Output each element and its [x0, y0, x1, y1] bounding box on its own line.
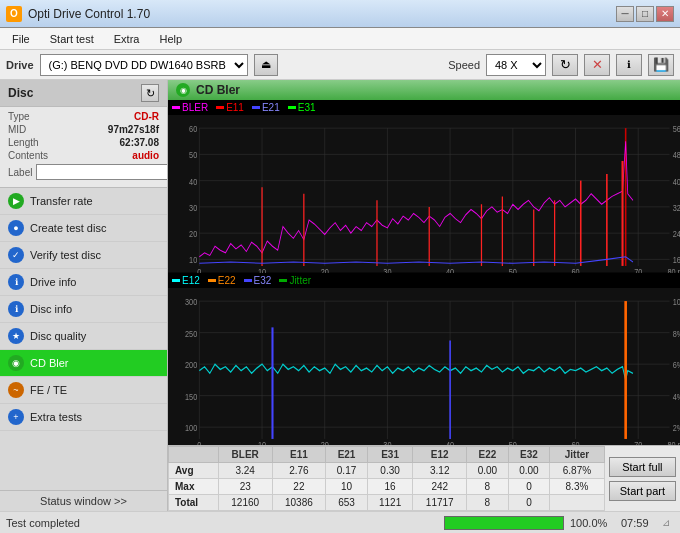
svg-text:40: 40 [446, 439, 454, 445]
stats-table: BLER E11 E21 E31 E12 E22 E32 Jitter Avg [168, 446, 605, 511]
legend-e22: E22 [208, 275, 236, 286]
stats-avg-jitter: 6.87% [550, 463, 605, 479]
window-controls[interactable]: ─ □ ✕ [616, 6, 674, 22]
nav-drive-info-label: Drive info [30, 276, 76, 288]
legend-e12-label: E12 [182, 275, 200, 286]
label-input[interactable] [36, 164, 168, 180]
bottom-chart: 300 250 200 150 100 10% 8% 6% 4% 2% 0 10… [168, 288, 680, 446]
svg-text:6%: 6% [673, 359, 680, 370]
col-header-e11: E11 [272, 447, 326, 463]
erase-button[interactable]: ✕ [584, 54, 610, 76]
legend-bler: BLER [172, 102, 208, 113]
legend-e21-dot [252, 106, 260, 109]
bottom-chart-legend: E12 E22 E32 Jitter [168, 273, 680, 288]
nav-disc-info[interactable]: ℹ Disc info [0, 296, 167, 323]
cd-bler-icon: ◉ [8, 355, 24, 371]
stats-row-avg: Avg 3.24 2.76 0.17 0.30 3.12 0.00 0.00 6… [169, 463, 605, 479]
stats-total-label: Total [169, 495, 219, 511]
length-value: 62:37.08 [120, 137, 159, 148]
verify-test-disc-icon: ✓ [8, 247, 24, 263]
fe-te-icon: ~ [8, 382, 24, 398]
save-button[interactable]: 💾 [648, 54, 674, 76]
svg-text:10: 10 [189, 254, 197, 265]
disc-header: Disc ↻ [0, 80, 167, 107]
info-button[interactable]: ℹ [616, 54, 642, 76]
start-full-button[interactable]: Start full [609, 457, 676, 477]
svg-text:60: 60 [571, 439, 579, 445]
bottom-chart-container: E12 E22 E32 Jitter [168, 273, 680, 446]
type-label: Type [8, 111, 30, 122]
drive-select[interactable]: (G:) BENQ DVD DD DW1640 BSRB [40, 54, 248, 76]
refresh-button[interactable]: ↻ [552, 54, 578, 76]
progress-text: 100.0% [570, 517, 615, 529]
start-part-button[interactable]: Start part [609, 481, 676, 501]
legend-e32: E32 [244, 275, 272, 286]
stats-max-e32: 0 [508, 479, 550, 495]
col-header-e12: E12 [413, 447, 467, 463]
app-title: Opti Drive Control 1.70 [28, 7, 150, 21]
stats-total-e22: 8 [467, 495, 509, 511]
nav-verify-test-disc[interactable]: ✓ Verify test disc [0, 242, 167, 269]
svg-text:200: 200 [185, 359, 198, 370]
maximize-button[interactable]: □ [636, 6, 654, 22]
stats-max-e21: 10 [326, 479, 368, 495]
chart-title-bar: ◉ CD Bler [168, 80, 680, 100]
top-chart-svg: 60 50 40 30 20 10 56 X 48 X 40 X 32 X 24… [168, 115, 680, 273]
stats-total-e12: 11717 [413, 495, 467, 511]
extra-tests-icon: + [8, 409, 24, 425]
col-header-empty [169, 447, 219, 463]
contents-label: Contents [8, 150, 48, 161]
menu-extra[interactable]: Extra [106, 31, 148, 47]
sidebar: Disc ↻ Type CD-R MID 97m27s18f Length 62… [0, 80, 168, 511]
nav-disc-info-label: Disc info [30, 303, 72, 315]
legend-e31-label: E31 [298, 102, 316, 113]
stats-avg-e32: 0.00 [508, 463, 550, 479]
nav-transfer-rate[interactable]: ▶ Transfer rate [0, 188, 167, 215]
menu-file[interactable]: File [4, 31, 38, 47]
nav-extra-tests[interactable]: + Extra tests [0, 404, 167, 431]
status-window-button[interactable]: Status window >> [0, 490, 167, 511]
stats-total-e11: 10386 [272, 495, 326, 511]
nav-drive-info[interactable]: ℹ Drive info [0, 269, 167, 296]
time-text: 07:59 [621, 517, 656, 529]
close-button[interactable]: ✕ [656, 6, 674, 22]
nav-fe-te[interactable]: ~ FE / TE [0, 377, 167, 404]
stats-avg-e21: 0.17 [326, 463, 368, 479]
col-header-e31: E31 [367, 447, 413, 463]
nav-disc-quality-label: Disc quality [30, 330, 86, 342]
stats-max-e11: 22 [272, 479, 326, 495]
nav-disc-quality[interactable]: ★ Disc quality [0, 323, 167, 350]
legend-jitter-dot [279, 279, 287, 282]
svg-text:20: 20 [189, 228, 197, 239]
menu-help[interactable]: Help [151, 31, 190, 47]
drive-label: Drive [6, 59, 34, 71]
stats-avg-e31: 0.30 [367, 463, 413, 479]
speed-select[interactable]: 48 X [486, 54, 546, 76]
contents-value: audio [132, 150, 159, 161]
eject-button[interactable]: ⏏ [254, 54, 278, 76]
label-label: Label [8, 167, 32, 178]
drive-bar: Drive (G:) BENQ DVD DD DW1640 BSRB ⏏ Spe… [0, 50, 680, 80]
nav-cd-bler[interactable]: ◉ CD Bler [0, 350, 167, 377]
resize-corner: ⊿ [662, 517, 674, 529]
legend-jitter: Jitter [279, 275, 311, 286]
nav-create-test-disc[interactable]: ● Create test disc [0, 215, 167, 242]
stats-total-e32: 0 [508, 495, 550, 511]
disc-quality-icon: ★ [8, 328, 24, 344]
nav-transfer-rate-label: Transfer rate [30, 195, 93, 207]
svg-text:56 X: 56 X [673, 123, 680, 134]
svg-text:50: 50 [509, 439, 517, 445]
stats-avg-e12: 3.12 [413, 463, 467, 479]
stats-max-e31: 16 [367, 479, 413, 495]
disc-refresh-button[interactable]: ↻ [141, 84, 159, 102]
top-chart-legend: BLER E11 E21 E31 [168, 100, 680, 115]
menu-start-test[interactable]: Start test [42, 31, 102, 47]
minimize-button[interactable]: ─ [616, 6, 634, 22]
svg-text:10: 10 [258, 439, 266, 445]
disc-title: Disc [8, 86, 33, 100]
svg-text:20: 20 [321, 439, 329, 445]
app-icon: O [6, 6, 22, 22]
legend-e31-dot [288, 106, 296, 109]
svg-text:30: 30 [189, 202, 197, 213]
nav-menu: ▶ Transfer rate ● Create test disc ✓ Ver… [0, 188, 167, 490]
